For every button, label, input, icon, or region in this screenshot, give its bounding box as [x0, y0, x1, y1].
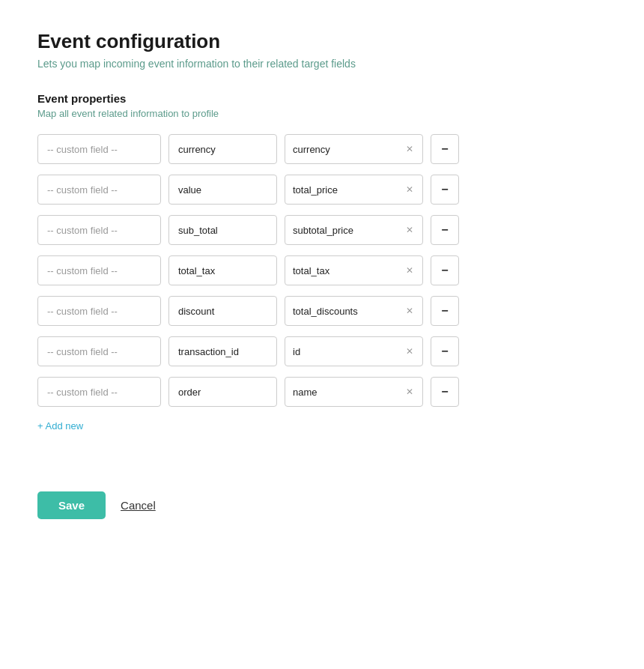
- field-row: -- custom field -- currency currency ✕ −: [37, 134, 607, 164]
- field-row: -- custom field -- value total_price ✕ −: [37, 175, 607, 205]
- field-name-box: transaction_id: [168, 336, 277, 366]
- field-value-text: name: [293, 387, 404, 398]
- remove-row-button[interactable]: −: [431, 175, 459, 205]
- field-name-box: total_tax: [168, 255, 277, 285]
- remove-row-button[interactable]: −: [431, 377, 459, 407]
- field-value-box: name ✕: [285, 377, 423, 407]
- remove-row-button[interactable]: −: [431, 336, 459, 366]
- cancel-button[interactable]: Cancel: [121, 499, 156, 512]
- field-name-box: order: [168, 377, 277, 407]
- field-value-box: total_discounts ✕: [285, 296, 423, 326]
- field-row: -- custom field -- total_tax total_tax ✕…: [37, 255, 607, 285]
- remove-row-button[interactable]: −: [431, 255, 459, 285]
- field-value-box: currency ✕: [285, 134, 423, 164]
- page-title: Event configuration: [37, 30, 607, 53]
- custom-field-dropdown[interactable]: -- custom field --: [37, 175, 161, 205]
- actions-bar: Save Cancel: [37, 491, 607, 519]
- field-row: -- custom field -- order name ✕ −: [37, 377, 607, 407]
- field-value-box: subtotal_price ✕: [285, 215, 423, 245]
- clear-value-button[interactable]: ✕: [404, 347, 415, 356]
- field-value-text: total_price: [293, 184, 404, 196]
- save-button[interactable]: Save: [37, 491, 106, 519]
- clear-value-button[interactable]: ✕: [404, 225, 415, 234]
- field-value-text: total_tax: [293, 265, 404, 276]
- field-name-box: sub_total: [168, 215, 277, 245]
- field-value-text: id: [293, 346, 404, 357]
- custom-field-dropdown[interactable]: -- custom field --: [37, 215, 161, 245]
- field-name-box: value: [168, 175, 277, 205]
- field-value-text: subtotal_price: [293, 225, 404, 236]
- field-row: -- custom field -- sub_total subtotal_pr…: [37, 215, 607, 245]
- clear-value-button[interactable]: ✕: [404, 266, 415, 275]
- section-header: Event properties Map all event related i…: [37, 92, 607, 119]
- custom-field-dropdown[interactable]: -- custom field --: [37, 296, 161, 326]
- clear-value-button[interactable]: ✕: [404, 145, 415, 154]
- custom-field-dropdown[interactable]: -- custom field --: [37, 134, 161, 164]
- field-value-text: total_discounts: [293, 306, 404, 317]
- remove-row-button[interactable]: −: [431, 134, 459, 164]
- clear-value-button[interactable]: ✕: [404, 387, 415, 396]
- remove-row-button[interactable]: −: [431, 296, 459, 326]
- clear-value-button[interactable]: ✕: [404, 185, 415, 194]
- custom-field-dropdown[interactable]: -- custom field --: [37, 377, 161, 407]
- section-subtitle: Map all event related information to pro…: [37, 108, 607, 119]
- page-subtitle: Lets you map incoming event information …: [37, 58, 607, 70]
- field-row: -- custom field -- discount total_discou…: [37, 296, 607, 326]
- custom-field-dropdown[interactable]: -- custom field --: [37, 255, 161, 285]
- field-value-box: total_tax ✕: [285, 255, 423, 285]
- custom-field-dropdown[interactable]: -- custom field --: [37, 336, 161, 366]
- field-name-box: currency: [168, 134, 277, 164]
- field-value-box: total_price ✕: [285, 175, 423, 205]
- field-rows-container: -- custom field -- currency currency ✕ −…: [37, 134, 607, 407]
- section-title: Event properties: [37, 92, 607, 105]
- remove-row-button[interactable]: −: [431, 215, 459, 245]
- clear-value-button[interactable]: ✕: [404, 306, 415, 315]
- field-name-box: discount: [168, 296, 277, 326]
- field-value-text: currency: [293, 144, 404, 155]
- field-row: -- custom field -- transaction_id id ✕ −: [37, 336, 607, 366]
- add-new-link[interactable]: + Add new: [37, 420, 83, 432]
- field-value-box: id ✕: [285, 336, 423, 366]
